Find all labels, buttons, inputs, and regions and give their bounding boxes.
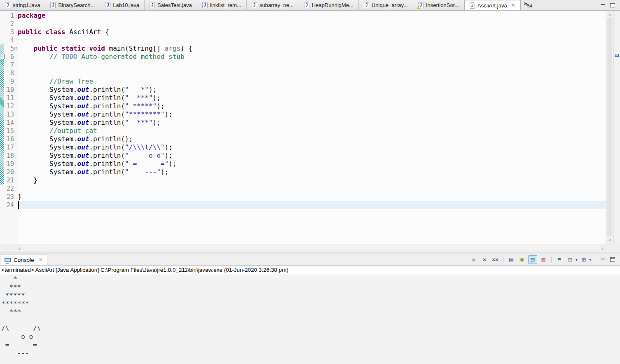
vertical-scroll-thumb[interactable] [607,18,612,236]
show-stdout-when-changed-button[interactable]: ⊟ [528,255,537,264]
line-number-column: 123456789101112131415161718192021222324 [4,12,14,209]
code-segment: out [77,168,89,176]
scroll-up-icon[interactable]: ∧ [606,12,613,17]
code-segment: System. [18,160,77,168]
close-tab-icon[interactable]: ✕ [511,2,515,8]
code-segment: //Draw Tree [49,77,93,85]
close-console-icon[interactable]: ✕ [39,257,43,263]
maximize-icon[interactable] [610,257,615,262]
code-line [18,69,606,77]
display-selected-console-button[interactable]: ⊡ [566,255,575,264]
tab-binarysearch[interactable]: JBinarySearch... [45,0,100,10]
line-number: 11 [4,94,14,102]
console-output[interactable]: * *** ************ ***/\ /\ o o = = --- [0,274,620,357]
vertical-scrollbar[interactable]: ∧ ∨ [606,11,613,244]
tab-lab10-java[interactable]: JLab10.java [100,0,145,10]
code-segment [18,77,49,85]
code-segment: args [164,44,180,52]
horizontal-scroll-track[interactable] [23,245,599,250]
console-icon [5,258,11,262]
task-marker-icon[interactable]: ✓ [0,54,5,59]
clear-console-button[interactable]: ▤ [507,255,516,264]
tab-insertionsor[interactable]: JInsertionSor... [413,0,464,10]
code-text-area[interactable]: packagepublic class AsciiArt { public st… [18,11,606,244]
tab-string1-java[interactable]: Jstring1.java [0,0,45,10]
task-annotation-marker[interactable] [615,54,619,57]
tab-subarray-ne[interactable]: Jsubarray_ne... [247,0,299,10]
scroll-left-icon[interactable]: ‹ [19,245,21,252]
overview-ruler[interactable] [613,11,620,244]
line-number: 14 [4,119,14,127]
remove-launch-button[interactable]: × [480,255,489,264]
horizontal-scrollbar[interactable]: ‹ › [0,244,620,252]
tab-console[interactable]: Console ✕ [0,254,47,265]
chevron-down-icon[interactable]: ▾ [589,257,591,262]
tab-label: string1.java [13,2,40,8]
tab-label: HeapRunnigMe... [312,2,353,8]
console-output-line: * [1,275,620,283]
tab-overflow-button[interactable]: » 54 [521,0,535,10]
scroll-right-icon[interactable]: › [601,245,604,252]
code-line: //Draw Tree [18,77,606,86]
tab-salestest-java[interactable]: JSalesTest.java [145,0,197,10]
line-number: 19 [4,160,14,168]
console-output-line: = = [1,341,620,349]
chevron-down-icon[interactable]: ▾ [576,257,578,262]
code-segment: ); [164,110,172,118]
console-toolbar: ■×××▤▣⊟⊠⚑⊡▾⊞▾ [469,254,595,265]
code-line: System.out.println(" ***"); [18,119,606,127]
terminate-button[interactable]: ■ [469,255,478,264]
scroll-lock-button[interactable]: ▣ [517,255,526,264]
pin-console-button[interactable]: ⚑ [555,255,564,264]
code-line: System.out.println(" ---"); [18,168,606,176]
tab-unique-array[interactable]: JUnique_array... [359,0,413,10]
minimize-icon[interactable] [600,3,605,7]
show-stderr-when-changed-button[interactable]: ⊠ [539,255,548,264]
code-segment: " ---" [125,168,161,176]
scroll-down-icon[interactable]: ∨ [606,237,613,243]
minimize-icon[interactable] [600,258,605,262]
tab-linklist-rem[interactable]: Jlinklist_rem... [197,0,247,10]
line-number: 16 [4,135,14,143]
maximize-icon[interactable] [610,3,615,7]
line-number: 6 [4,53,14,61]
java-file-icon: J [150,2,155,8]
code-line [18,36,606,44]
code-segment: .println( [89,110,125,118]
code-line: //output cat [18,127,606,135]
code-segment: } [18,193,22,201]
line-number: 24 [4,201,14,209]
code-segment: ); [153,94,161,102]
line-number: 15 [4,127,14,135]
code-segment: Auto-generated method stub [77,53,185,61]
remove-all-terminated-button[interactable]: ×× [491,255,500,264]
eclipse-ide-window: Jstring1.javaJBinarySearch...JLab10.java… [0,0,620,364]
code-segment: .println( [89,152,125,159]
fold-collapse-icon[interactable]: ⊖ [14,46,18,51]
editor-tabs: Jstring1.javaJBinarySearch...JLab10.java… [0,0,521,10]
code-segment: System. [18,152,77,159]
editor-window-buttons [595,0,620,10]
console-view: Console ✕ ■×××▤▣⊟⊠⚑⊡▾⊞▾ <terminated> Asc… [0,254,620,364]
code-line: System.out.println(" ***"); [18,94,606,102]
console-output-line: *** [1,308,620,316]
tab-asciiart-java[interactable]: JAsciiArt.java✕ [464,0,521,10]
console-output-line: *** [1,283,620,292]
line-number: 18 [4,152,14,160]
open-console-button[interactable]: ⊞ [579,255,588,264]
code-segment: System. [18,135,77,143]
line-number: 20 [4,168,14,176]
console-tab-spacer [47,254,469,265]
code-segment: "/\\\t/\\" [125,143,164,151]
tab-heaprunnigme[interactable]: JHeapRunnigMe... [299,0,359,10]
java-file-icon: J [105,2,110,8]
code-segment: TODO [61,53,77,61]
code-segment: System. [18,94,77,102]
console-output-line: ***** [1,292,620,300]
code-segment: System. [18,143,77,151]
code-segment: out [77,86,89,93]
console-output-line [1,316,620,324]
range-indicator [0,44,4,184]
line-number: 9 [4,77,14,86]
console-output-line: --- [1,349,620,357]
